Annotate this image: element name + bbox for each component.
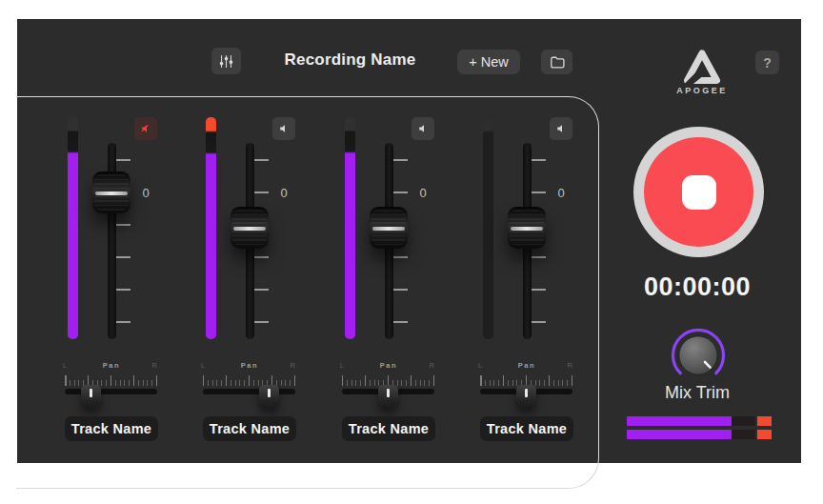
record-button-face [644, 137, 753, 247]
output-meter [627, 416, 772, 443]
level-meter [68, 117, 78, 339]
mute-button[interactable] [134, 117, 157, 140]
open-folder-button[interactable] [541, 50, 572, 74]
mute-button[interactable] [412, 117, 434, 140]
fader-knob[interactable] [370, 207, 408, 249]
fader-knob[interactable] [231, 207, 269, 249]
channel-strip-3: 0 L Pan R Track Name [319, 115, 458, 449]
sliders-icon [218, 53, 234, 70]
pan-thumb[interactable] [378, 385, 398, 408]
pan-label: Pan [319, 361, 458, 370]
track-name-button[interactable]: Track Name [203, 416, 296, 441]
recording-name-title: Recording Name [257, 50, 443, 70]
brand-name: APOGEE [669, 86, 735, 95]
track-name-button[interactable]: Track Name [65, 416, 158, 441]
channel-strip-4: 0 L Pan R Track Name [457, 115, 596, 449]
pan-ruler [65, 374, 157, 386]
mix-trim-knob[interactable] [670, 327, 727, 384]
channel-strip-2: 0 L Pan R Track Name [180, 115, 319, 449]
help-button[interactable]: ? [755, 50, 779, 74]
recording-timer: 00:00:00 [621, 272, 773, 302]
mute-button[interactable] [272, 117, 295, 140]
meter-clip-segment [757, 430, 772, 439]
meter-headroom-segment [732, 416, 755, 426]
channel-strip-1: 0 L Pan R Track Name [42, 115, 181, 449]
track-name-button[interactable]: Track Name [480, 416, 573, 441]
gain-value: 0 [412, 186, 434, 200]
pan-label: Pan [457, 361, 596, 370]
mute-button[interactable] [550, 117, 572, 140]
record-stop-button[interactable] [633, 127, 764, 257]
gain-value: 0 [550, 186, 572, 200]
pan-thumb[interactable] [516, 385, 536, 408]
gain-value: 0 [272, 186, 295, 200]
new-recording-button[interactable]: + New [457, 50, 520, 74]
mixer-settings-button[interactable] [211, 48, 241, 74]
pan-track[interactable] [65, 389, 157, 394]
level-meter [345, 117, 355, 339]
pan-ruler [203, 374, 295, 386]
track-name-button[interactable]: Track Name [342, 416, 435, 441]
meter-clip-segment [757, 416, 772, 426]
fader-knob[interactable] [508, 207, 546, 249]
level-meter [206, 117, 216, 339]
gain-value: 0 [134, 186, 157, 200]
speaker-muted-icon [140, 121, 151, 136]
meter-level-segment [627, 430, 732, 439]
pan-label: Pan [180, 361, 319, 370]
output-meter-left [627, 416, 772, 426]
mix-trim-label: Mix Trim [640, 383, 754, 403]
speaker-icon [555, 121, 567, 136]
fader-knob[interactable] [92, 171, 130, 213]
speaker-icon [278, 121, 290, 136]
pan-right-label: R [291, 361, 296, 370]
meter-level-segment [627, 416, 732, 426]
pan-thumb[interactable] [81, 385, 101, 408]
output-meter-right [627, 430, 772, 439]
pan-right-label: R [152, 361, 158, 370]
stop-icon [682, 175, 716, 210]
pan-track[interactable] [203, 389, 295, 394]
folder-icon [549, 54, 566, 70]
pan-thumb[interactable] [259, 385, 279, 408]
apogee-logo [680, 49, 724, 85]
pan-right-label: R [430, 361, 435, 370]
level-meter [483, 117, 493, 339]
meter-headroom-segment [732, 430, 755, 439]
speaker-icon [417, 121, 429, 136]
pan-right-label: R [568, 361, 573, 370]
pan-label: Pan [42, 361, 181, 370]
